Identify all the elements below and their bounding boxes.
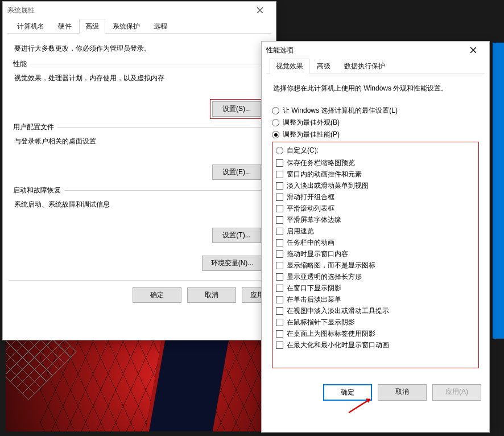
effect-checkbox[interactable] <box>276 296 283 303</box>
effect-label: 启用速览 <box>287 226 314 236</box>
effect-row[interactable]: 显示缩略图，而不是显示图标 <box>276 260 475 270</box>
effect-row[interactable]: 启用速览 <box>276 226 475 236</box>
desktop-accent-bar <box>493 43 504 339</box>
effect-checkbox[interactable] <box>276 194 283 201</box>
effect-label: 在鼠标指针下显示阴影 <box>287 317 355 327</box>
effect-row[interactable]: 拖动时显示窗口内容 <box>276 249 475 259</box>
effect-checkbox[interactable] <box>276 205 283 212</box>
effect-label: 在最大化和最小化时显示窗口动画 <box>287 340 389 350</box>
annotation-arrow <box>373 405 379 412</box>
effect-row[interactable]: 保存任务栏缩略图预览 <box>276 158 475 168</box>
effect-row[interactable]: 显示亚透明的选择长方形 <box>276 272 475 282</box>
effect-checkbox[interactable] <box>276 250 283 258</box>
system-properties-titlebar[interactable]: 系统属性 <box>3 2 276 19</box>
effect-label: 在单击后淡出菜单 <box>287 294 341 305</box>
effect-label: 在视图中淡入淡出或滑动工具提示 <box>287 306 389 316</box>
user-profiles-desc: 与登录帐户相关的桌面设置 <box>14 137 265 146</box>
performance-fieldset: 性能 视觉效果，处理器计划，内存使用，以及虚拟内存 设置(S)... <box>13 64 266 117</box>
effect-row[interactable]: 在最大化和最小化时显示窗口动画 <box>276 340 475 350</box>
effect-label: 滑动打开组合框 <box>287 192 334 202</box>
effect-checkbox[interactable] <box>276 262 283 269</box>
effect-checkbox[interactable] <box>276 285 283 292</box>
user-profiles-legend: 用户配置文件 <box>13 122 57 132</box>
effect-row[interactable]: 在鼠标指针下显示阴影 <box>276 317 475 327</box>
effects-list: 保存任务栏缩略图预览窗口内的动画控件和元素淡入淡出或滑动菜单到视图滑动打开组合框… <box>276 158 475 350</box>
radio-appearance-row[interactable]: 调整为最佳外观(B) <box>272 118 479 127</box>
settings-user-profiles-button[interactable]: 设置(E)... <box>212 164 261 180</box>
tab-system-protection[interactable]: 系统保护 <box>106 19 146 34</box>
effect-checkbox[interactable] <box>276 330 283 338</box>
radio-best-performance[interactable] <box>272 131 279 138</box>
cancel-button[interactable]: 取消 <box>187 287 236 303</box>
system-properties-buttons: 确定 取消 应用( <box>3 281 276 310</box>
effect-checkbox[interactable] <box>276 216 283 224</box>
effect-row[interactable]: 在视图中淡入淡出或滑动工具提示 <box>276 306 475 316</box>
effect-label: 保存任务栏缩略图预览 <box>287 158 355 168</box>
effect-row[interactable]: 淡入淡出或滑动菜单到视图 <box>276 180 475 191</box>
apply-button: 应用(A) <box>432 384 481 401</box>
desktop-wallpaper-fragment <box>6 340 263 431</box>
startup-desc: 系统启动、系统故障和调试信息 <box>14 200 265 209</box>
effect-checkbox[interactable] <box>276 273 283 281</box>
effect-label: 在桌面上为图标标签使用阴影 <box>287 328 375 339</box>
tab-computer-name[interactable]: 计算机名 <box>11 19 51 34</box>
effect-label: 显示亚透明的选择长方形 <box>287 272 362 282</box>
radio-performance-row[interactable]: 调整为最佳性能(P) <box>272 130 479 139</box>
effect-label: 任务栏中的动画 <box>287 237 334 248</box>
effect-row[interactable]: 在桌面上为图标标签使用阴影 <box>276 328 475 339</box>
effect-checkbox[interactable] <box>276 159 283 167</box>
user-profiles-fieldset: 用户配置文件 与登录帐户相关的桌面设置 设置(E)... <box>13 127 266 180</box>
effect-row[interactable]: 在单击后淡出菜单 <box>276 294 475 305</box>
cancel-button[interactable]: 取消 <box>378 384 427 401</box>
settings-startup-button[interactable]: 设置(T)... <box>212 228 261 243</box>
effect-row[interactable]: 滑动打开组合框 <box>276 192 475 202</box>
tab-visual-effects[interactable]: 视觉效果 <box>270 59 309 73</box>
close-button[interactable] <box>249 2 271 19</box>
svg-line-4 <box>349 399 370 413</box>
settings-performance-button[interactable]: 设置(S)... <box>212 101 261 117</box>
performance-options-tabs: 视觉效果 高级 数据执行保护 <box>266 59 485 73</box>
effect-label: 平滑滚动列表框 <box>287 203 334 213</box>
tab-perf-advanced[interactable]: 高级 <box>311 59 337 73</box>
tab-hardware[interactable]: 硬件 <box>52 19 78 34</box>
radio-custom[interactable] <box>276 147 283 154</box>
environment-variables-button[interactable]: 环境变量(N)... <box>202 256 262 271</box>
performance-options-titlebar[interactable]: 性能选项 <box>262 42 489 59</box>
effect-row[interactable]: 任务栏中的动画 <box>276 237 475 248</box>
startup-legend: 启动和故障恢复 <box>13 186 64 195</box>
visual-effects-panel: 选择你想在此计算机上使用的 Windows 外观和性能设置。 让 Windows… <box>262 73 489 374</box>
effect-checkbox[interactable] <box>276 307 283 315</box>
effect-checkbox[interactable] <box>276 228 283 235</box>
tab-remote[interactable]: 远程 <box>147 19 173 34</box>
admin-note: 要进行大多数更改，你必须作为管理员登录。 <box>14 44 266 54</box>
system-properties-window: 系统属性 计算机名 硬件 高级 系统保护 远程 要进行大多数更改，你必须作为管理… <box>2 1 276 340</box>
effect-checkbox[interactable] <box>276 342 283 349</box>
effect-checkbox[interactable] <box>276 171 283 178</box>
effect-label: 平滑屏幕字体边缘 <box>287 215 341 225</box>
radio-best-performance-label: 调整为最佳性能(P) <box>283 130 340 139</box>
tab-dep[interactable]: 数据执行保护 <box>338 59 391 73</box>
radio-best-appearance[interactable] <box>272 119 279 126</box>
effect-row[interactable]: 平滑屏幕字体边缘 <box>276 215 475 225</box>
radio-auto-row[interactable]: 让 Windows 选择计算机的最佳设置(L) <box>272 106 479 116</box>
performance-options-window: 性能选项 视觉效果 高级 数据执行保护 选择你想在此计算机上使用的 Window… <box>261 41 490 433</box>
effect-label: 窗口内的动画控件和元素 <box>287 169 362 179</box>
effect-label: 在窗口下显示阴影 <box>287 283 341 293</box>
effect-label: 显示缩略图，而不是显示图标 <box>287 260 375 270</box>
radio-auto[interactable] <box>272 107 279 114</box>
radio-auto-label: 让 Windows 选择计算机的最佳设置(L) <box>283 106 398 116</box>
custom-effects-box: 自定义(C): 保存任务栏缩略图预览窗口内的动画控件和元素淡入淡出或滑动菜单到视… <box>272 142 479 368</box>
effect-checkbox[interactable] <box>276 319 283 326</box>
tab-advanced[interactable]: 高级 <box>79 19 105 34</box>
close-button[interactable] <box>462 42 485 59</box>
effect-row[interactable]: 窗口内的动画控件和元素 <box>276 169 475 179</box>
effect-checkbox[interactable] <box>276 239 283 246</box>
ok-button[interactable]: 确定 <box>133 287 181 303</box>
performance-legend: 性能 <box>13 59 30 69</box>
advanced-panel: 要进行大多数更改，你必须作为管理员登录。 性能 视觉效果，处理器计划，内存使用，… <box>3 34 276 277</box>
radio-custom-row[interactable]: 自定义(C): <box>276 146 475 155</box>
effect-checkbox[interactable] <box>276 182 283 190</box>
effect-row[interactable]: 平滑滚动列表框 <box>276 203 475 213</box>
effect-row[interactable]: 在窗口下显示阴影 <box>276 283 475 293</box>
radio-custom-label: 自定义(C): <box>287 146 319 155</box>
